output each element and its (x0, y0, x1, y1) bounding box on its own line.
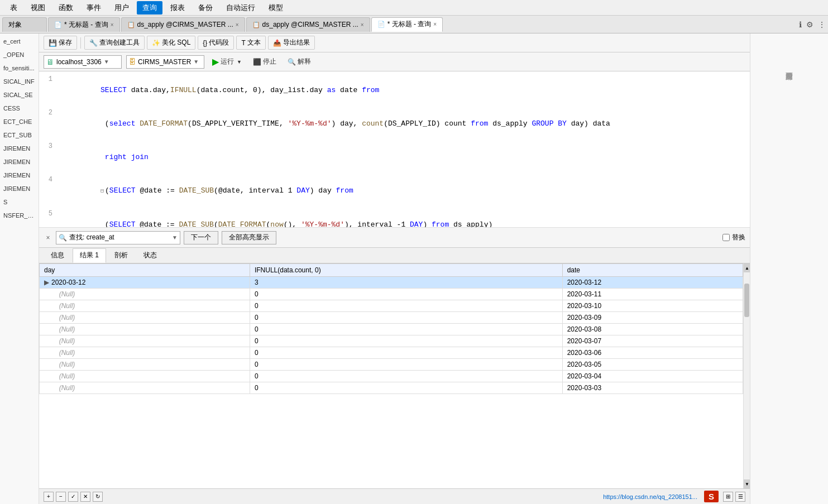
sidebar-item-jiremen-1[interactable]: JIREMEN (0, 142, 39, 155)
kw-day-5: DAY (410, 220, 423, 228)
tab-more-icon[interactable]: ⋮ (818, 20, 826, 29)
delete-button[interactable]: ✕ (80, 492, 90, 502)
menu-query[interactable]: 查询 (137, 1, 162, 15)
vertical-scrollbar[interactable]: ▲ ▼ (743, 263, 750, 488)
tab-status[interactable]: 状态 (136, 248, 164, 263)
sql-line-2: 2 (select DATE_FORMAT(DS_APPLY_VERITY_TI… (39, 107, 750, 141)
sidebar-item-sical-se[interactable]: SICAL_SE (0, 88, 39, 102)
sidebar-item-ect-sub[interactable]: ECT_SUB (0, 128, 39, 142)
line-content-1: SELECT data.day,IFNULL(data.count, 0), d… (57, 74, 748, 107)
search-dropdown-icon[interactable]: ▼ (172, 234, 178, 241)
tab-object[interactable]: 对象 (2, 17, 47, 32)
cell-count: 0 (250, 289, 562, 300)
tab-query-icon-active: 📄 (377, 21, 385, 28)
menu-auto-run[interactable]: 自动运行 (221, 1, 261, 15)
tab-ds-apply-2[interactable]: 📋 ds_apply @CIRMS_MASTER ... × (246, 17, 370, 32)
row-expand-icon[interactable]: ▶ (44, 279, 49, 286)
stop-button[interactable]: ⬛ 停止 (250, 55, 280, 68)
line-content-3: right join (57, 141, 748, 174)
menu-table[interactable]: 表 (4, 1, 23, 15)
text-icon: T (241, 39, 245, 47)
add-row-button[interactable]: + (44, 492, 54, 502)
sidebar-item-sical-inf[interactable]: SICAL_INF (0, 75, 39, 88)
cell-date: 2020-03-05 (562, 359, 743, 371)
cell-date: 2020-03-07 (562, 335, 743, 347)
tab-ds-apply-1-label: ds_apply @CIRMS_MASTER ... (137, 21, 233, 28)
tab-close-2[interactable]: × (236, 22, 239, 28)
table-row: (Null)02020-03-07 (40, 335, 743, 347)
tab-untitled-1[interactable]: 📄 * 无标题 - 查询 × (48, 17, 120, 32)
tab-ds-apply-1[interactable]: 📋 ds_apply @CIRMS_MASTER ... × (121, 17, 245, 32)
beautify-button[interactable]: ✨ 美化 SQL (147, 36, 195, 50)
confirm-button[interactable]: ✓ (68, 492, 78, 502)
sidebar-item-jiremen-3[interactable]: JIREMEN (0, 169, 39, 182)
sql-line-5: 5 (SELECT @date := DATE_SUB(DATE_FORMAT(… (39, 208, 750, 228)
host-select[interactable]: 🖥 localhost_3306 ▼ (44, 55, 122, 69)
toolbar-divider-1 (80, 37, 81, 49)
code-snippet-button[interactable]: {} 代码段 (198, 36, 234, 50)
save-button[interactable]: 💾 保存 (44, 36, 77, 50)
tab-untitled-1-label: * 无标题 - 查询 (64, 20, 108, 30)
sidebar-item-fo-sensitive[interactable]: fo_sensiti... (0, 61, 39, 75)
menu-bar: 表 视图 函数 事件 用户 查询 报表 备份 自动运行 模型 (0, 0, 828, 16)
search-input[interactable] (69, 234, 170, 242)
database-dropdown-icon: ▼ (193, 59, 199, 65)
export-button[interactable]: 📤 导出结果 (268, 36, 315, 50)
grid-view-button[interactable]: ⊞ (723, 492, 733, 502)
query-builder-button[interactable]: 🔧 查询创建工具 (84, 36, 145, 50)
tab-close-1[interactable]: × (111, 22, 114, 28)
sidebar-item-nsfer-re[interactable]: NSFER_RE (0, 209, 39, 222)
replace-checkbox-label[interactable]: 替换 (722, 233, 745, 242)
text-button[interactable]: T 文本 (236, 36, 265, 50)
table-row: (Null)02020-03-08 (40, 324, 743, 335)
sidebar-item-e-cert[interactable]: e_cert (0, 35, 39, 48)
menu-backup[interactable]: 备份 (193, 1, 218, 15)
menu-function[interactable]: 函数 (53, 1, 79, 15)
cell-count: 3 (250, 277, 562, 289)
tab-result-1[interactable]: 结果 1 (73, 248, 106, 263)
sidebar-item-jiremen-4[interactable]: JIREMEN (0, 182, 39, 195)
sidebar-item-ect-che[interactable]: ECT_CHE (0, 115, 39, 128)
database-select[interactable]: 🗄 CIRMS_MASTER ▼ (126, 55, 204, 69)
menu-event[interactable]: 事件 (81, 1, 107, 15)
sidebar-item-jiremen-2[interactable]: JIREMEN (0, 155, 39, 169)
run-button[interactable]: ▶ 运行 ▼ (209, 55, 245, 69)
scroll-up-button[interactable]: ▲ (744, 263, 750, 272)
scroll-thumb[interactable] (744, 284, 749, 317)
menu-report[interactable]: 报表 (165, 1, 190, 15)
search-close-button[interactable]: × (44, 233, 52, 242)
menu-view[interactable]: 视图 (25, 1, 51, 15)
list-view-button[interactable]: ☰ (735, 492, 745, 502)
tab-info[interactable]: 信息 (44, 248, 71, 263)
null-value: (Null) (59, 314, 75, 321)
explain-button[interactable]: 🔍 解释 (284, 55, 314, 68)
table-row: (Null)02020-03-10 (40, 300, 743, 312)
search-highlight-button[interactable]: 全部高亮显示 (222, 231, 276, 244)
sql-editor[interactable]: 1 SELECT data.day,IFNULL(data.count, 0),… (39, 71, 750, 228)
tab-close-3[interactable]: × (361, 22, 364, 28)
fold-icon-4[interactable]: ⊟ (100, 188, 104, 194)
search-magnifier-icon: 🔍 (59, 234, 67, 242)
replace-checkbox[interactable] (722, 234, 730, 241)
str-format-2: '%Y-%m-%d' (288, 119, 332, 128)
line-content-5: (SELECT @date := DATE_SUB(DATE_FORMAT(no… (57, 208, 748, 228)
tab-close-active[interactable]: × (433, 21, 437, 27)
menu-user[interactable]: 用户 (109, 1, 135, 15)
tab-view-icon-1: 📋 (127, 21, 135, 28)
tab-settings-icon[interactable]: ⚙ (806, 20, 813, 29)
tab-info-icon[interactable]: ℹ (799, 20, 802, 29)
tab-untitled-active[interactable]: 📄 * 无标题 - 查询 × (371, 17, 443, 32)
blog-url[interactable]: https://blog.csdn.ne/qq_2208151... (603, 493, 697, 500)
refresh-button[interactable]: ↻ (93, 492, 103, 502)
menu-model[interactable]: 模型 (263, 1, 289, 15)
tab-bar: 对象 📄 * 无标题 - 查询 × 📋 ds_apply @CIRMS_MAST… (0, 16, 828, 33)
sidebar-item-cess[interactable]: CESS (0, 102, 39, 115)
tab-profile[interactable]: 剖析 (107, 248, 135, 263)
sidebar-item-open[interactable]: _OPEN (0, 48, 39, 61)
table-row: (Null)02020-03-09 (40, 312, 743, 324)
search-next-button[interactable]: 下一个 (184, 231, 218, 244)
results-table-wrap[interactable]: day IFNULL(data.count, 0) date ▶2020-03-… (39, 263, 743, 488)
scroll-down-button[interactable]: ▼ (744, 479, 750, 488)
minus-button[interactable]: − (56, 492, 66, 502)
sidebar-item-s[interactable]: S (0, 195, 39, 209)
